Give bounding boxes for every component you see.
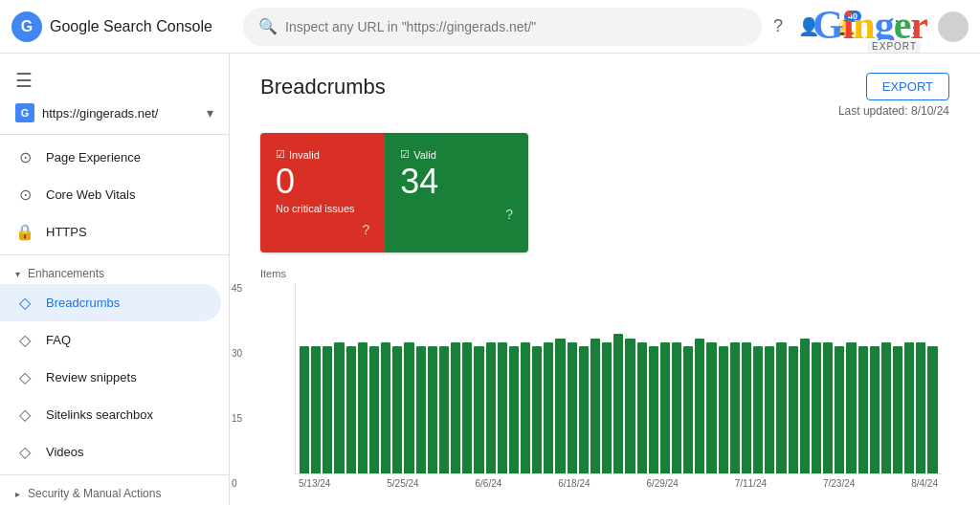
x-label: 5/25/24 bbox=[387, 478, 418, 489]
main: ☰ G https://gingerads.net/ ▾ ⊙ Page Expe… bbox=[0, 54, 980, 505]
chart-bar bbox=[311, 346, 321, 473]
chart-bar bbox=[416, 346, 426, 473]
chart-bar bbox=[870, 346, 880, 473]
sidebar-item-https[interactable]: 🔒 HTTPS bbox=[0, 213, 221, 251]
ginger-export-label: EXPORT bbox=[868, 40, 921, 53]
sidebar-item-review-snippets[interactable]: ◇ Review snippets bbox=[0, 359, 221, 396]
invalid-description: No critical issues bbox=[276, 203, 369, 214]
invalid-help-icon[interactable]: ? bbox=[362, 222, 369, 237]
content-header: Breadcrumbs EXPORT bbox=[260, 73, 949, 100]
faq-icon: ◇ bbox=[15, 331, 34, 349]
site-selector[interactable]: G https://gingerads.net/ ▾ bbox=[0, 96, 229, 135]
review-snippets-icon: ◇ bbox=[15, 368, 34, 386]
chart-bar bbox=[346, 346, 356, 473]
chart-bar bbox=[625, 339, 635, 474]
chart-bar bbox=[613, 334, 623, 473]
search-input[interactable] bbox=[285, 19, 746, 34]
chart-bar bbox=[521, 342, 530, 473]
topbar: G Google Search Console 🔍 ? 👤 🔔 40 ⋮⋮⋮ G… bbox=[0, 0, 980, 54]
chart-bar bbox=[730, 342, 740, 473]
x-label: 8/4/24 bbox=[911, 478, 938, 489]
chart-bar bbox=[893, 346, 902, 473]
sidebar-item-label: Breadcrumbs bbox=[46, 296, 120, 310]
chart-bar bbox=[660, 342, 670, 473]
chart-bar bbox=[637, 342, 647, 473]
chart-bar bbox=[334, 342, 344, 473]
chart-bar bbox=[486, 342, 496, 473]
chart-bar bbox=[323, 346, 332, 473]
sidebar-item-label: Sitelinks searchbox bbox=[46, 407, 153, 422]
chart-bar bbox=[381, 342, 390, 473]
breadcrumbs-icon: ◇ bbox=[15, 294, 34, 312]
chart-bar bbox=[590, 339, 600, 474]
y-axis-labels: 45 30 15 0 bbox=[232, 283, 242, 489]
hamburger-icon[interactable]: ☰ bbox=[0, 61, 229, 96]
section-expand-icon: ▸ bbox=[15, 489, 20, 499]
sidebar-item-core-web-vitals[interactable]: ⊙ Core Web Vitals bbox=[0, 176, 221, 213]
divider bbox=[0, 474, 229, 475]
avatar[interactable] bbox=[938, 11, 969, 42]
chart-bar bbox=[649, 346, 658, 473]
chart-bar bbox=[498, 342, 507, 473]
chart-bar bbox=[719, 346, 728, 473]
chart-bar bbox=[358, 342, 368, 473]
chart-bar bbox=[544, 342, 553, 473]
sidebar: ☰ G https://gingerads.net/ ▾ ⊙ Page Expe… bbox=[0, 54, 230, 505]
chart-bar bbox=[706, 342, 716, 473]
chart-bar bbox=[823, 342, 833, 473]
sitelinks-icon: ◇ bbox=[15, 406, 34, 424]
sidebar-item-label: Videos bbox=[46, 445, 84, 459]
page-experience-icon: ⊙ bbox=[15, 148, 34, 166]
site-favicon: G bbox=[15, 103, 34, 122]
chart-bar bbox=[579, 346, 589, 473]
x-label: 6/29/24 bbox=[646, 478, 678, 489]
chart-area bbox=[295, 283, 942, 474]
enhancements-section-header[interactable]: ▾ Enhancements bbox=[0, 259, 229, 284]
chart-bar bbox=[765, 346, 774, 473]
valid-card: ☑ Valid 34 ? bbox=[385, 133, 528, 252]
y-axis-min: 0 bbox=[232, 478, 242, 489]
chart-bar bbox=[881, 342, 891, 473]
chart-bar bbox=[789, 346, 798, 473]
checkbox-icon: ☑ bbox=[276, 148, 285, 161]
invalid-card: ☑ Invalid 0 No critical issues ? bbox=[260, 133, 385, 252]
sidebar-item-videos[interactable]: ◇ Videos bbox=[0, 433, 221, 471]
x-label: 7/23/24 bbox=[823, 478, 855, 489]
sidebar-item-breadcrumbs[interactable]: ◇ Breadcrumbs bbox=[0, 284, 221, 321]
topbar-logo: G Google Search Console bbox=[11, 11, 232, 42]
site-dropdown-icon[interactable]: ▾ bbox=[207, 105, 213, 121]
chart-bar bbox=[369, 346, 379, 473]
search-bar[interactable]: 🔍 bbox=[243, 8, 762, 46]
chart-bar bbox=[392, 346, 402, 473]
chart-bar bbox=[835, 346, 844, 473]
https-lock-icon: 🔒 bbox=[15, 223, 34, 241]
section-collapse-icon: ▾ bbox=[15, 269, 20, 279]
checkbox-icon: ☑ bbox=[400, 148, 410, 161]
export-button[interactable]: EXPORT bbox=[866, 73, 949, 100]
chart-bar bbox=[672, 342, 681, 473]
sidebar-item-faq[interactable]: ◇ FAQ bbox=[0, 321, 221, 359]
sidebar-item-label: Core Web Vitals bbox=[46, 187, 135, 202]
chart-bar bbox=[927, 346, 937, 473]
security-label: Security & Manual Actions bbox=[28, 487, 161, 500]
chart-bar bbox=[462, 342, 472, 473]
valid-help-icon[interactable]: ? bbox=[505, 207, 513, 222]
chart-bar bbox=[474, 346, 483, 473]
chart-bar bbox=[568, 342, 577, 473]
chart-bar bbox=[812, 342, 821, 473]
sidebar-item-sitelinks-searchbox[interactable]: ◇ Sitelinks searchbox bbox=[0, 396, 221, 433]
site-url: https://gingerads.net/ bbox=[42, 106, 199, 121]
status-cards: ☑ Invalid 0 No critical issues ? ☑ Valid… bbox=[260, 133, 528, 252]
sidebar-item-label: Page Experience bbox=[46, 150, 141, 165]
divider bbox=[0, 254, 229, 255]
valid-check-label: ☑ Valid bbox=[400, 148, 513, 161]
security-section-header[interactable]: ▸ Security & Manual Actions bbox=[0, 479, 229, 504]
chart-wrapper: 45 30 15 0 5/13/24 5/25/24 6/6/24 6/18/2… bbox=[260, 283, 942, 489]
chart-bar bbox=[858, 346, 868, 473]
chart-bar bbox=[509, 346, 519, 473]
last-updated: Last updated: 8/10/24 bbox=[260, 104, 949, 118]
sidebar-item-page-experience[interactable]: ⊙ Page Experience bbox=[0, 139, 221, 176]
chart-y-label: Items bbox=[260, 268, 949, 279]
invalid-count: 0 bbox=[276, 165, 369, 199]
help-icon[interactable]: ? bbox=[773, 16, 783, 36]
